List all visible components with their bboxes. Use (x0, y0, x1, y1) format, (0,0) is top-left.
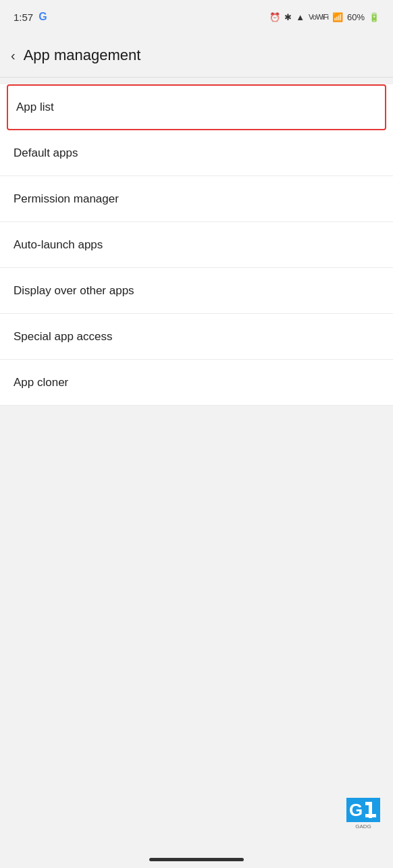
status-icons: ⏰ ✱ ▲ VoWiFi 📶 60% 🔋 (269, 12, 379, 22)
menu-item-label: Default apps (14, 146, 78, 160)
status-bar: 1:57 G ⏰ ✱ ▲ VoWiFi 📶 60% 🔋 (0, 0, 393, 34)
cellular-icon: 📶 (332, 12, 343, 22)
header-divider (0, 77, 393, 78)
menu-item-default-apps[interactable]: Default apps (0, 130, 393, 176)
back-button[interactable]: ‹ (11, 48, 16, 63)
menu-item-permission-manager[interactable]: Permission manager (0, 176, 393, 222)
menu-item-label: Auto-launch apps (14, 238, 103, 252)
menu-item-label: App list (16, 101, 54, 114)
svg-rect-4 (365, 802, 372, 805)
wifi-icon: ▲ (296, 12, 305, 22)
menu-list: App list Default apps Permission manager… (0, 84, 393, 406)
menu-item-label: App cloner (14, 376, 68, 389)
google-icon: G (38, 11, 47, 23)
menu-item-display-over[interactable]: Display over other apps (0, 268, 393, 314)
menu-item-app-cloner[interactable]: App cloner (0, 360, 393, 406)
signal-icon: VoWiFi (309, 13, 328, 21)
svg-rect-3 (365, 814, 376, 817)
svg-text:G: G (349, 800, 363, 820)
menu-item-special-access[interactable]: Special app access (0, 314, 393, 360)
menu-item-label: Special app access (14, 330, 112, 344)
bluetooth-icon: ✱ (284, 12, 292, 22)
menu-item-label: Permission manager (14, 192, 119, 206)
watermark-label: GADG (355, 823, 371, 830)
alarm-icon: ⏰ (269, 12, 280, 22)
page-header: ‹ App management (0, 34, 393, 77)
menu-item-auto-launch[interactable]: Auto-launch apps (0, 222, 393, 268)
battery-icon: 🔋 (369, 12, 379, 22)
menu-item-app-list[interactable]: App list (7, 84, 386, 130)
page-title: App management (24, 47, 141, 64)
status-time-area: 1:57 G (14, 11, 47, 23)
battery-percentage: 60% (347, 12, 365, 22)
home-indicator[interactable] (149, 858, 244, 861)
watermark-logo: G (346, 798, 380, 822)
menu-item-label: Display over other apps (14, 284, 134, 298)
time-display: 1:57 (14, 11, 33, 23)
watermark: G GADG (344, 798, 382, 828)
